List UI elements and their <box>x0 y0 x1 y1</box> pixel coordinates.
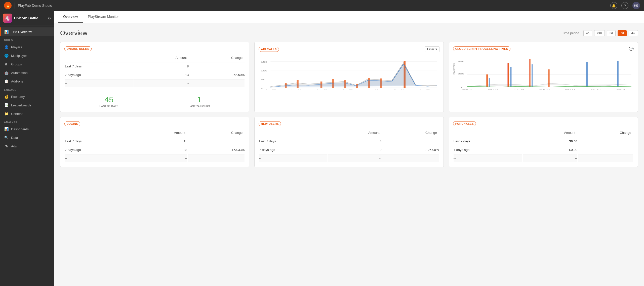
addons-icon: 📋 <box>4 79 9 83</box>
leaderboards-icon: 📑 <box>4 103 9 107</box>
user-avatar[interactable]: KE <box>632 2 640 9</box>
col-label <box>65 130 133 137</box>
sidebar-item-data[interactable]: 🔍 Data <box>0 133 54 142</box>
svg-rect-35 <box>548 69 550 87</box>
game-icon: 🦄 <box>3 14 12 23</box>
sidebar-item-dashboards[interactable]: 📊 Dashboards <box>0 125 54 133</box>
row-label: -- <box>259 154 327 162</box>
sidebar-item-multiplayer[interactable]: 🌐 Multiplayer <box>0 51 54 60</box>
stat-30days: 45 LAST 30 DAYS <box>99 95 118 108</box>
cards-grid: UNIQUE USERS Amount Change La <box>60 42 638 167</box>
topbar-divider <box>15 3 15 9</box>
row-change <box>382 137 439 145</box>
row-amount: 13 <box>134 71 189 79</box>
settings-icon[interactable]: ⚙ <box>48 16 51 20</box>
row-label: Last 7 days <box>65 137 133 145</box>
new-users-badge: NEW USERS <box>259 121 281 126</box>
stat-label-24hours: LAST 24 HOURS <box>189 105 210 108</box>
cloud-script-badge: CLOUD SCRIPT PROCESSING TIMES <box>453 46 510 51</box>
purchases-header: PURCHASES <box>453 121 634 126</box>
new-users-header: NEW USERS <box>259 121 439 126</box>
time-btn-4h[interactable]: 4h <box>583 30 592 36</box>
sidebar-item-label: Automation <box>11 71 28 75</box>
svg-rect-40 <box>617 61 619 87</box>
main-content: Overview PlayStream Monitor Overview Tim… <box>54 11 644 286</box>
purchases-table: Amount Change Last 7 days $0.00 7 <box>453 129 634 163</box>
sidebar-item-leaderboards[interactable]: 📑 Leaderboards <box>0 101 54 109</box>
svg-text:150: 150 <box>261 61 268 63</box>
sidebar-item-groups[interactable]: 🖥 Groups <box>0 60 54 68</box>
unique-users-footer: 45 LAST 30 DAYS 1 LAST 24 HOURS <box>64 92 245 108</box>
row-amount: -- <box>134 79 189 87</box>
svg-rect-32 <box>486 74 488 87</box>
game-name: Unicorn Battle <box>14 16 38 20</box>
tab-playstream[interactable]: PlayStream Monitor <box>83 11 124 23</box>
multiplayer-icon: 🌐 <box>4 54 9 58</box>
stat-label-30days: LAST 30 DAYS <box>99 105 118 108</box>
svg-text:MILLISECONDS: MILLISECONDS <box>453 63 455 74</box>
time-btn-24h[interactable]: 24h <box>594 30 605 36</box>
row-amount: 38 <box>133 146 187 154</box>
svg-text:Aug 31: Aug 31 <box>368 89 379 90</box>
sidebar-item-ads[interactable]: ⚗ Ads <box>0 142 54 150</box>
api-calls-svg: 0 50 100 150 <box>259 55 439 90</box>
stat-value-24hours: 1 <box>189 95 210 104</box>
new-users-table: Amount Change Last 7 days 4 7 day <box>259 129 439 163</box>
sidebar-navigation: 📊 Title Overview BUILD 👤 Players 🌐 Multi… <box>0 25 54 152</box>
time-btn-7d[interactable]: 7d <box>618 30 626 36</box>
col-amount: Amount <box>134 55 189 62</box>
svg-text:200: 200 <box>458 73 464 75</box>
row-change <box>578 137 633 145</box>
sidebar-item-label: Title Overview <box>11 30 32 34</box>
tab-overview[interactable]: Overview <box>58 11 83 23</box>
row-amount: -- <box>523 154 577 162</box>
row-amount: 4 <box>328 137 381 145</box>
groups-icon: 🖥 <box>4 62 9 66</box>
sidebar-item-title-overview[interactable]: 📊 Title Overview <box>0 27 54 36</box>
sidebar: 🦄 Unicorn Battle ⚙ 📊 Title Overview BUIL… <box>0 11 54 286</box>
topbar-right: 🔔 ? KE <box>610 2 640 9</box>
topbar: 🔥 PlayFab Demo Studio 🔔 ? KE <box>0 0 644 11</box>
row-label: 7 days ago <box>65 71 134 79</box>
svg-rect-38 <box>532 64 533 87</box>
sidebar-item-economy[interactable]: 💰 Economy <box>0 92 54 101</box>
data-icon: 🔍 <box>4 136 9 140</box>
layout: 🦄 Unicorn Battle ⚙ 📊 Title Overview BUIL… <box>0 11 644 286</box>
time-btn-3d[interactable]: 3d <box>607 30 616 36</box>
cloud-script-card: CLOUD SCRIPT PROCESSING TIMES 💬 MILLISEC… <box>449 42 638 112</box>
row-amount: -- <box>328 154 381 162</box>
svg-text:Sep 02: Sep 02 <box>616 88 627 90</box>
sidebar-item-content[interactable]: 📁 Content <box>0 109 54 118</box>
sidebar-item-players[interactable]: 👤 Players <box>0 43 54 51</box>
row-change: -153.33% <box>188 146 245 154</box>
sidebar-item-label: Economy <box>11 95 25 99</box>
svg-rect-36 <box>489 78 490 87</box>
notification-button[interactable]: 🔔 <box>610 2 617 9</box>
time-btn-4w[interactable]: 4w <box>629 30 638 36</box>
row-change <box>188 137 245 145</box>
svg-text:Sep 01: Sep 01 <box>590 88 601 90</box>
chevron-down-icon: ▾ <box>435 47 437 51</box>
col-change: Change <box>188 130 245 137</box>
sidebar-item-addons[interactable]: 📋 Add-ons <box>0 77 54 86</box>
col-amount: Amount <box>328 130 381 137</box>
svg-text:Aug 27: Aug 27 <box>462 88 472 90</box>
help-button[interactable]: ? <box>621 2 628 9</box>
filter-button[interactable]: Filter ▾ <box>425 46 439 52</box>
sidebar-item-label: Ads <box>11 144 17 148</box>
studio-name: PlayFab Demo Studio <box>18 4 52 8</box>
tab-bar: Overview PlayStream Monitor <box>54 11 644 23</box>
col-label <box>259 130 327 137</box>
row-change: -125.00% <box>382 146 439 154</box>
row-change <box>188 154 245 162</box>
cloud-script-header: CLOUD SCRIPT PROCESSING TIMES 💬 <box>453 46 634 51</box>
chat-icon[interactable]: 💬 <box>629 47 634 51</box>
row-label: -- <box>65 154 133 162</box>
stat-24hours: 1 LAST 24 HOURS <box>189 95 210 108</box>
sidebar-item-automation[interactable]: 🤖 Automation <box>0 68 54 77</box>
section-label-build: BUILD <box>0 36 54 43</box>
svg-text:0: 0 <box>460 87 462 89</box>
svg-text:Aug 28: Aug 28 <box>488 88 498 90</box>
economy-icon: 💰 <box>4 95 9 99</box>
svg-text:100: 100 <box>261 70 268 72</box>
